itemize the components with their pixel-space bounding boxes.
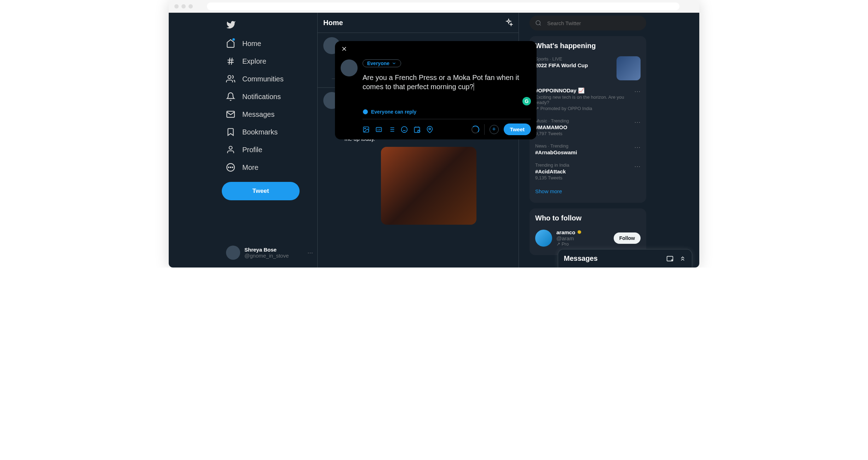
user-handle: @gnome_in_stove <box>244 253 289 259</box>
search-box[interactable] <box>530 16 646 30</box>
page-title: Home <box>323 19 343 27</box>
trend-title: #OPPOINNODay 📈 <box>535 87 634 94</box>
nav-notifications[interactable]: Notifications <box>222 88 317 105</box>
expand-icon[interactable] <box>679 255 686 262</box>
nav-communities-label: Communities <box>242 75 284 83</box>
follow-avatar <box>535 230 552 247</box>
nav-communities[interactable]: Communities <box>222 70 317 88</box>
whats-happening-widget: What's happening Sports · LIVE 2022 FIFA… <box>530 36 646 203</box>
main-header: Home <box>318 13 519 33</box>
trend-meta: Music · Trending <box>535 118 569 123</box>
more-icon[interactable]: ⋯ <box>634 87 641 95</box>
more-icon[interactable]: ⋯ <box>634 143 641 151</box>
trend-thumbnail <box>617 56 641 80</box>
nav-explore[interactable]: Explore <box>222 52 317 70</box>
browser-header <box>169 0 699 13</box>
compose-avatar <box>341 59 358 76</box>
trend-title: #ArnabGoswami <box>535 149 577 155</box>
trend-item[interactable]: Sports · LIVE 2022 FIFA World Cup <box>530 53 646 84</box>
sidebar: Home Explore Communities Notifications M… <box>169 13 317 268</box>
svg-line-2 <box>229 58 230 65</box>
trend-meta: Sports · LIVE <box>535 56 588 62</box>
trend-promoted: ↗ Promoted by OPPO India <box>535 106 634 111</box>
verified-icon <box>577 230 582 235</box>
audience-selector[interactable]: Everyone <box>363 59 401 67</box>
nav-profile[interactable]: Profile <box>222 141 317 159</box>
user-card[interactable]: Shreya Bose @gnome_in_stove ⋯ <box>222 241 317 264</box>
poll-icon[interactable] <box>388 126 395 133</box>
trend-item[interactable]: Trending in India #AcidAttack 9,135 Twee… <box>530 159 646 184</box>
reply-setting[interactable]: Everyone can reply <box>363 109 531 119</box>
svg-point-5 <box>229 146 232 149</box>
svg-point-4 <box>228 75 231 79</box>
schedule-icon[interactable] <box>413 126 421 133</box>
svg-point-7 <box>230 167 231 168</box>
messages-drawer[interactable]: Messages <box>558 249 692 268</box>
more-icon[interactable]: ⋯ <box>307 249 313 256</box>
traffic-lights <box>174 4 193 8</box>
sidebar-tweet-button[interactable]: Tweet <box>222 182 300 200</box>
new-message-icon[interactable] <box>666 255 673 262</box>
follow-suggestion[interactable]: aramco @aram ↗ Pro Follow <box>530 225 646 251</box>
traffic-light-maximize[interactable] <box>189 4 193 8</box>
who-to-follow-title: Who to follow <box>530 213 646 225</box>
url-bar[interactable] <box>207 2 679 10</box>
svg-point-10 <box>536 21 540 25</box>
nav-profile-label: Profile <box>242 146 262 154</box>
show-more-link[interactable]: Show more <box>530 184 646 199</box>
close-icon[interactable] <box>341 45 348 52</box>
sparkle-icon[interactable] <box>504 18 513 27</box>
location-icon[interactable] <box>426 126 433 133</box>
search-input[interactable] <box>547 20 641 26</box>
svg-point-17 <box>365 128 366 129</box>
follow-button[interactable]: Follow <box>614 232 641 244</box>
search-icon <box>535 20 542 26</box>
compose-toolbar: GIF + Tweet <box>363 119 531 135</box>
trend-count: 9,797 Tweets <box>535 131 569 136</box>
who-to-follow-widget: Who to follow aramco @aram ↗ Pro Follow <box>530 208 646 255</box>
nav-more-label: More <box>242 163 259 172</box>
user-info: Shreya Bose @gnome_in_stove <box>244 247 289 259</box>
follow-handle: @aram <box>556 235 609 241</box>
nav-home[interactable]: Home <box>222 35 317 52</box>
more-icon[interactable]: ⋯ <box>634 118 641 126</box>
nav-more[interactable]: More <box>222 159 317 176</box>
trend-item[interactable]: News · Trending #ArnabGoswami ⋯ <box>530 140 646 159</box>
trend-item[interactable]: Music · Trending #MAMAMOO 9,797 Tweets ⋯ <box>530 115 646 140</box>
user-avatar <box>226 246 240 260</box>
add-thread-button[interactable]: + <box>490 125 499 134</box>
nav-bookmarks[interactable]: Bookmarks <box>222 123 317 141</box>
audience-label: Everyone <box>367 61 389 66</box>
gif-icon[interactable]: GIF <box>375 126 382 133</box>
trend-title: 2022 FIFA World Cup <box>535 62 588 68</box>
traffic-light-minimize[interactable] <box>181 4 186 8</box>
grammarly-icon[interactable]: G <box>522 97 531 105</box>
follow-promoted: ↗ Pro <box>556 241 609 247</box>
reply-setting-label: Everyone can reply <box>371 109 416 115</box>
compose-textarea[interactable]: Are you a French Press or a Moka Pot fan… <box>363 73 531 91</box>
nav-bookmarks-label: Bookmarks <box>242 128 278 136</box>
character-counter <box>471 126 479 133</box>
image-icon[interactable] <box>363 126 370 133</box>
twitter-logo[interactable] <box>222 16 317 35</box>
trend-title: #AcidAttack <box>535 168 569 174</box>
trend-meta: News · Trending <box>535 143 577 149</box>
compose-text-content: Are you a French Press or a Moka Pot fan… <box>363 74 519 91</box>
traffic-light-close[interactable] <box>174 4 179 8</box>
compose-modal: Everyone Are you a French Press or a Mok… <box>335 41 537 139</box>
globe-icon <box>363 109 368 115</box>
trend-meta: Trending in India <box>535 162 569 168</box>
nav-notifications-label: Notifications <box>242 93 281 101</box>
divider <box>484 124 485 135</box>
svg-rect-29 <box>415 127 420 132</box>
follow-name: aramco <box>556 229 609 235</box>
app-root: Home Explore Communities Notifications M… <box>169 13 699 268</box>
trend-item[interactable]: #OPPOINNODay 📈 Exciting new tech is on t… <box>530 84 646 115</box>
more-icon[interactable]: ⋯ <box>634 162 641 170</box>
nav-messages[interactable]: Messages <box>222 105 317 123</box>
emoji-icon[interactable] <box>401 126 408 133</box>
trend-title: #MAMAMOO <box>535 124 569 130</box>
compose-tweet-button[interactable]: Tweet <box>504 123 531 135</box>
svg-line-3 <box>231 58 232 65</box>
feed-post-media[interactable] <box>381 147 476 225</box>
